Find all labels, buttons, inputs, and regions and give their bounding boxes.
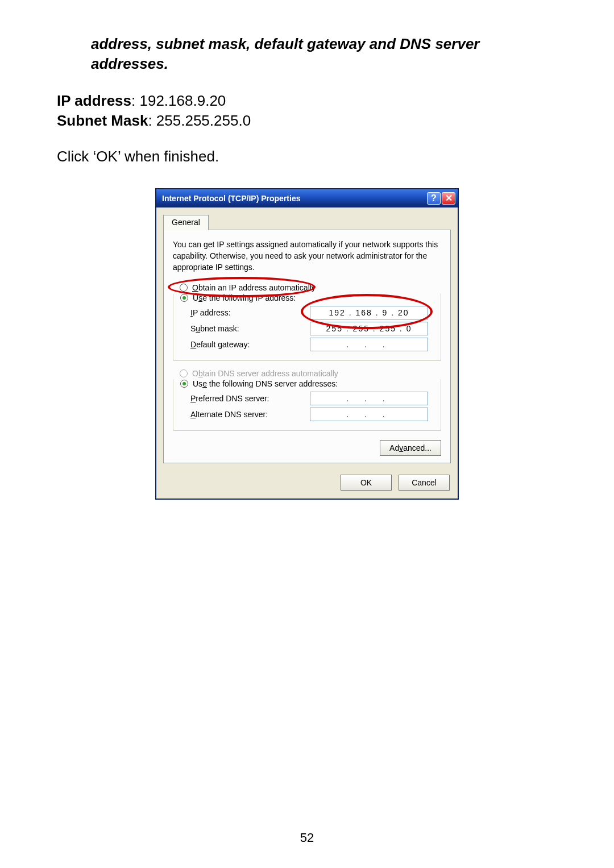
doc-note-italic: address, subnet mask, default gateway an… xyxy=(91,34,500,74)
pref-dns-row: Preferred DNS server: . . . xyxy=(190,392,441,405)
dialog-titlebar[interactable]: Internet Protocol (TCP/IP) Properties ? … xyxy=(156,189,458,207)
doc-ip-line: IP address: 192.168.9.20 xyxy=(57,91,557,111)
ip-address-input[interactable]: 192 . 168 . 9 . 20 xyxy=(310,306,428,319)
close-icon: ✕ xyxy=(445,194,453,203)
radio-icon xyxy=(180,294,188,302)
radio-use-ip[interactable]: Use the following IP address: xyxy=(180,293,441,302)
radio-use-dns[interactable]: Use the following DNS server addresses: xyxy=(180,379,441,388)
radio-obtain-dns-label: Obtain DNS server address automatically xyxy=(192,369,338,378)
radio-use-ip-label: Use the following IP address: xyxy=(193,293,296,302)
doc-click-ok: Click ‘OK’ when finished. xyxy=(57,148,557,165)
doc-mask-label: Subnet Mask xyxy=(57,112,148,129)
ok-button[interactable]: OK xyxy=(341,475,392,491)
tab-strip: General xyxy=(156,207,458,230)
doc-mask-line: Subnet Mask: 255.255.255.0 xyxy=(57,111,557,131)
doc-ip-label: IP address xyxy=(57,92,131,109)
dns-group: Use the following DNS server addresses: … xyxy=(173,379,441,431)
doc-mask-value: : 255.255.255.0 xyxy=(148,112,251,129)
gateway-input[interactable]: . . . xyxy=(310,338,428,351)
dialog-description: You can get IP settings assigned automat… xyxy=(173,239,441,273)
subnet-input[interactable]: 255 . 255 . 255 . 0 xyxy=(310,322,428,335)
ip-address-label: IP address: xyxy=(190,308,310,317)
help-button[interactable]: ? xyxy=(427,192,441,205)
alt-dns-row: Alternate DNS server: . . . xyxy=(190,408,441,421)
gateway-label: Default gateway: xyxy=(190,340,310,349)
pref-dns-input[interactable]: . . . xyxy=(310,392,428,405)
tcpip-properties-dialog: Internet Protocol (TCP/IP) Properties ? … xyxy=(155,188,459,500)
radio-icon xyxy=(180,284,188,292)
radio-obtain-ip-label: Obtain an IP address automatically xyxy=(192,283,316,292)
help-icon: ? xyxy=(431,194,437,203)
gateway-row: Default gateway: . . . xyxy=(190,338,441,351)
radio-use-dns-label: Use the following DNS server addresses: xyxy=(193,379,338,388)
alt-dns-label: Alternate DNS server: xyxy=(190,410,310,419)
ip-address-row: IP address: 192 . 168 . 9 . 20 xyxy=(190,306,441,319)
alt-dns-input[interactable]: . . . xyxy=(310,408,428,421)
cancel-button[interactable]: Cancel xyxy=(399,475,450,491)
pref-dns-label: Preferred DNS server: xyxy=(190,394,310,403)
radio-obtain-ip[interactable]: Obtain an IP address automatically xyxy=(180,283,441,292)
radio-icon xyxy=(180,369,188,377)
radio-icon xyxy=(180,380,188,388)
tab-general[interactable]: General xyxy=(163,215,209,230)
doc-ip-value: : 192.168.9.20 xyxy=(131,92,226,109)
dialog-title: Internet Protocol (TCP/IP) Properties xyxy=(162,194,300,203)
dialog-body: You can get IP settings assigned automat… xyxy=(163,230,451,463)
subnet-label: Subnet mask: xyxy=(190,324,310,333)
radio-obtain-dns: Obtain DNS server address automatically xyxy=(180,369,441,378)
page-number: 52 xyxy=(0,830,614,845)
close-button[interactable]: ✕ xyxy=(442,192,455,205)
subnet-row: Subnet mask: 255 . 255 . 255 . 0 xyxy=(190,322,441,335)
ip-group: Use the following IP address: IP address… xyxy=(173,293,441,361)
advanced-button[interactable]: Advanced... xyxy=(380,440,441,456)
dialog-footer: OK Cancel xyxy=(156,470,458,499)
